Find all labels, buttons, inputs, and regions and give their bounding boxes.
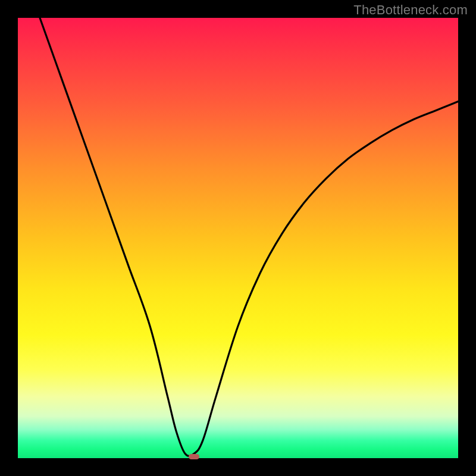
plot-area — [18, 18, 458, 458]
chart-frame: TheBottleneck.com — [0, 0, 476, 476]
optimal-marker — [189, 454, 199, 459]
bottleneck-curve — [18, 18, 458, 458]
watermark-text: TheBottleneck.com — [353, 2, 468, 18]
